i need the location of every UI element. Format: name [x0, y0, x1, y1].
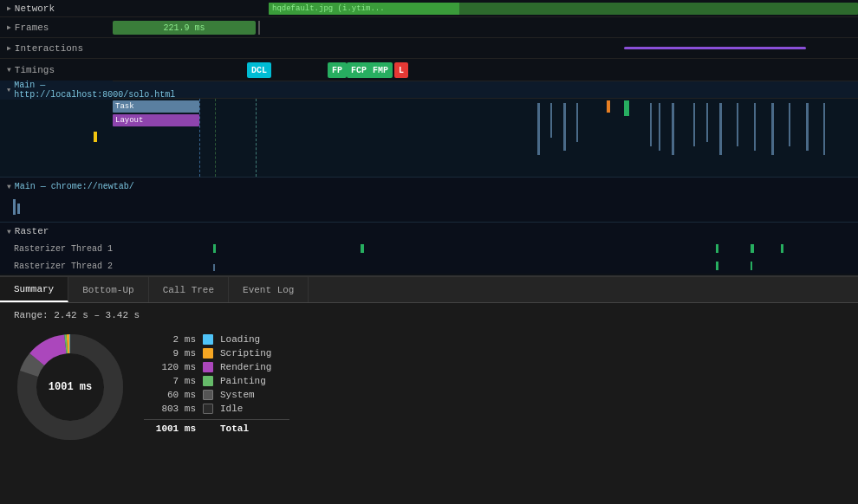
legend-painting-ms: 7 ms — [144, 376, 196, 386]
legend-scripting-swatch — [203, 348, 213, 359]
dcl-badge: DCL — [247, 62, 271, 78]
legend-system-ms: 60 ms — [144, 390, 196, 400]
network-file-bar: hqdefault.jpg (i.ytim... — [269, 3, 459, 15]
flame-r2 — [550, 103, 552, 138]
tabs-bar: Summary Bottom-Up Call Tree Event Log — [0, 277, 858, 303]
legend-loading: 2 ms Loading — [144, 334, 289, 345]
legend-rendering: 120 ms Rendering — [144, 362, 289, 372]
newtab-bar1 — [13, 199, 16, 215]
raster-label: Raster — [15, 226, 49, 236]
frames-triangle: ▶ — [7, 23, 11, 31]
main-thread-flame: Task Layout — [0, 99, 858, 177]
frame-marker — [258, 21, 260, 35]
newtab-section: ▼ Main — chrome://newtab/ — [0, 177, 858, 222]
frames-label-text: Frames — [15, 23, 49, 33]
flame-r7 — [672, 103, 674, 155]
interaction-bar — [624, 47, 806, 49]
timings-label-text: Timings — [15, 65, 55, 75]
rt2-bar1 — [213, 264, 215, 271]
newtab-flame — [0, 195, 858, 221]
flame-orange — [607, 100, 610, 113]
legend-table: 2 ms Loading 9 ms Scripting 120 ms Rende… — [144, 334, 289, 434]
raster-header: ▼ Raster — [0, 223, 858, 240]
flame-green — [624, 100, 629, 116]
legend-idle-label: Idle — [220, 404, 289, 414]
summary-content: Range: 2.42 s – 3.42 s — [0, 303, 858, 504]
network-row: ▶ Network hqdefault.jpg (i.ytim... — [0, 0, 858, 17]
legend-idle-ms: 803 ms — [144, 404, 196, 414]
frames-bar: 221.9 ms — [113, 21, 256, 35]
interactions-triangle: ▶ — [7, 44, 11, 52]
rt2-bar3 — [751, 262, 752, 270]
main-thread-header: ▼ Main — http://localhost:8000/solo.html — [0, 81, 858, 99]
rt1-bar1 — [213, 244, 216, 253]
rasterizer-thread2-content — [127, 260, 858, 272]
legend-loading-swatch — [203, 334, 213, 345]
flame-r6 — [659, 103, 660, 151]
summary-body: 1001 ms 2 ms Loading 9 ms Scripting 120 … — [14, 331, 844, 443]
flame-r14 — [789, 103, 790, 146]
flame-r4 — [576, 103, 578, 142]
timings-row: ▼ Timings DCL FP FCP FMP L — [0, 59, 858, 81]
legend-system-swatch — [203, 390, 213, 400]
rt2-bar2 — [716, 262, 718, 270]
legend-system: 60 ms System — [144, 390, 289, 400]
timings-triangle: ▼ — [7, 66, 11, 74]
main-thread-label: ▼ Main — http://localhost:8000/solo.html — [0, 81, 113, 100]
donut-chart: 1001 ms — [14, 331, 127, 443]
tab-summary[interactable]: Summary — [0, 277, 68, 302]
legend-painting-label: Painting — [220, 376, 289, 386]
raster-triangle: ▼ — [7, 228, 11, 236]
newtab-triangle: ▼ — [7, 183, 11, 191]
interactions-row: ▶ Interactions — [0, 38, 858, 59]
timings-content: DCL FP FCP FMP L — [113, 59, 858, 81]
rasterizer-thread1-label: Rasterizer Thread 1 — [14, 244, 127, 254]
legend-scripting: 9 ms Scripting — [144, 348, 289, 359]
task-bar: Task — [113, 100, 199, 113]
flame-r15 — [806, 103, 809, 151]
flame-r11 — [737, 103, 738, 146]
tab-event-log[interactable]: Event Log — [229, 277, 309, 302]
legend-loading-label: Loading — [220, 334, 289, 345]
rt1-bar2 — [361, 244, 364, 253]
legend-rendering-swatch — [203, 362, 213, 372]
network-label: ▶ Network — [0, 3, 113, 14]
fcp-badge: FCP — [347, 62, 371, 78]
donut-label: 1001 ms — [49, 381, 92, 393]
legend-loading-ms: 2 ms — [144, 334, 196, 345]
interactions-label: ▶ Interactions — [0, 43, 113, 54]
newtab-bar2 — [17, 204, 20, 214]
rasterizer-thread1-content — [127, 242, 858, 255]
rasterizer-thread2-label: Rasterizer Thread 2 — [14, 262, 127, 271]
legend-painting-swatch — [203, 376, 213, 386]
legend-total-ms: 1001 ms — [144, 423, 196, 434]
yellow-bar — [94, 132, 97, 142]
fcp-line — [256, 99, 257, 177]
network-content: hqdefault.jpg (i.ytim... — [113, 0, 858, 16]
flame-r1 — [537, 103, 540, 155]
rt1-bar4 — [751, 244, 754, 253]
flame-r9 — [706, 103, 708, 142]
tab-bottom-up[interactable]: Bottom-Up — [68, 277, 148, 302]
timeline-section: ▶ Network hqdefault.jpg (i.ytim... ▶ Fra… — [0, 0, 858, 277]
flame-r16 — [823, 103, 825, 155]
flame-r13 — [771, 103, 774, 155]
interactions-content — [113, 38, 858, 58]
network-label-text: Network — [15, 3, 55, 14]
legend-idle-swatch — [203, 404, 213, 414]
legend-rendering-ms: 120 ms — [144, 362, 196, 372]
fp-badge: FP — [328, 62, 347, 78]
flame-r12 — [754, 103, 756, 151]
frames-content: 221.9 ms — [113, 17, 858, 37]
rasterizer-thread1-row: Rasterizer Thread 1 — [0, 240, 858, 257]
rt1-bar3 — [716, 244, 718, 253]
l-badge: L — [394, 62, 408, 78]
legend-system-label: System — [220, 390, 289, 400]
tab-call-tree[interactable]: Call Tree — [149, 277, 229, 302]
raster-section: ▼ Raster Rasterizer Thread 1 Rasterizer … — [0, 222, 858, 274]
main-thread-header-content — [113, 81, 858, 98]
legend-total-label: Total — [220, 423, 289, 434]
bottom-panel: Summary Bottom-Up Call Tree Event Log Ra… — [0, 277, 858, 504]
legend-rendering-label: Rendering — [220, 362, 289, 372]
timings-label: ▼ Timings — [0, 65, 113, 75]
